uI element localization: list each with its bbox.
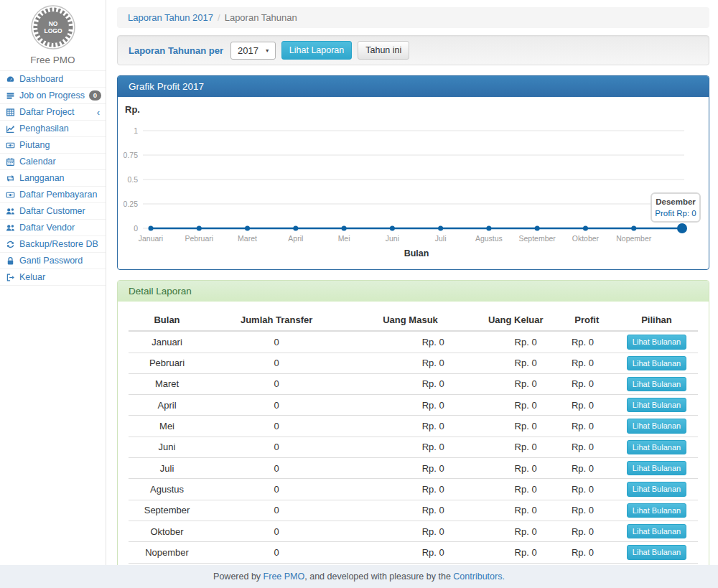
sidebar: NO LOGO Free PMO DashboardJob on Progres… [0,0,106,565]
column-header-uang-keluar: Uang Keluar [473,310,559,331]
svg-text:Bulan: Bulan [404,248,429,258]
data-point-nopember[interactable] [631,226,636,231]
lihat-bulanan-button[interactable]: Lihat Bulanan [627,419,686,433]
cell-uang-masuk: Rp. 0 [348,416,472,437]
calendar-icon [6,157,15,167]
data-point-juni[interactable] [390,226,395,231]
sidebar-item-label: Job on Progress [19,90,85,101]
cell-uang-keluar: Rp. 0 [473,500,559,521]
sidebar-item-label: Daftar Project [19,107,93,117]
chart-body: Rp.00.250.50.751JanuariPebruariMaretApri… [118,97,709,269]
lihat-bulanan-button[interactable]: Lihat Bulanan [627,482,686,496]
cell-bulan: Juli [129,458,205,479]
cell-uang-masuk: Rp. 0 [348,521,472,541]
lihat-bulanan-button[interactable]: Lihat Bulanan [627,377,686,391]
column-header-profit: Profit [559,310,615,331]
data-point-september[interactable] [535,226,540,231]
cell-jumlah-transfer: 0 [205,542,348,563]
sidebar-item-job-on-progress[interactable]: Job on Progress0 [0,88,106,104]
svg-text:Pebruari: Pebruari [185,234,213,243]
table-row: Mei0Rp. 0Rp. 0Rp. 0Lihat Bulanan [129,416,698,437]
chart-panel-title: Grafik Profit 2017 [118,76,709,97]
free-pmo-link[interactable]: Free PMO [264,571,305,582]
cell-bulan: Mei [129,416,205,437]
sidebar-item-label: Daftar Customer [19,206,101,216]
data-point-juli[interactable] [438,226,443,231]
sidebar-item-piutang[interactable]: Piutang [0,137,106,154]
refresh-icon [6,240,15,249]
sidebar-item-daftar-vendor[interactable]: Daftar Vendor [0,220,106,236]
svg-text:1: 1 [134,126,138,135]
brand[interactable]: NO LOGO Free PMO [0,0,106,65]
lihat-bulanan-button[interactable]: Lihat Bulanan [627,440,686,454]
sign-out-icon [6,273,15,282]
profit-chart[interactable]: Rp.00.250.50.751JanuariPebruariMaretApri… [123,101,704,261]
cell-pilihan: Lihat Bulanan [615,458,698,479]
footer-prefix: Powered by [213,571,261,582]
sidebar-item-label: Ganti Password [19,256,101,266]
year-select[interactable]: 2017 ▼ [230,42,276,60]
lihat-bulanan-button[interactable]: Lihat Bulanan [627,398,686,412]
sidebar-item-daftar-customer[interactable]: Daftar Customer [0,203,106,220]
sidebar-item-keluar[interactable]: Keluar [0,269,106,286]
data-point-pebruari[interactable] [197,226,202,231]
column-header-pilihan: Pilihan [615,310,698,331]
data-point-desember[interactable] [677,223,687,233]
svg-text:NO: NO [48,20,57,27]
sidebar-item-backup-restore-db[interactable]: Backup/Restore DB [0,236,106,253]
brand-name: Free PMO [0,55,106,65]
users-icon [6,207,15,216]
cell-uang-keluar: Rp. 0 [473,331,559,353]
detail-table: BulanJumlah TransferUang MasukUang Kelua… [129,310,698,588]
lihat-bulanan-button[interactable]: Lihat Bulanan [627,335,686,349]
cell-pilihan: Lihat Bulanan [615,353,698,373]
cell-jumlah-transfer: 0 [205,373,348,394]
tahun-ini-button[interactable]: Tahun ini [358,41,409,60]
sidebar-item-label: Daftar Vendor [19,223,101,233]
lihat-bulanan-button[interactable]: Lihat Bulanan [627,503,686,518]
sidebar-item-penghasilan[interactable]: Penghasilan [0,121,106,137]
data-point-april[interactable] [293,226,298,231]
contributors-link[interactable]: Contributors. [453,571,505,582]
cell-bulan: Januari [129,331,205,353]
data-point-januari[interactable] [149,226,154,231]
cell-uang-masuk: Rp. 0 [348,479,472,500]
cell-profit: Rp. 0 [559,437,615,457]
cell-pilihan: Lihat Bulanan [615,373,698,394]
lihat-bulanan-button[interactable]: Lihat Bulanan [627,524,686,538]
cell-pilihan: Lihat Bulanan [615,542,698,563]
count-badge: 0 [89,90,101,101]
data-point-oktober[interactable] [583,226,588,231]
cell-jumlah-transfer: 0 [205,521,348,541]
column-header-bulan: Bulan [129,310,205,331]
sidebar-item-calendar[interactable]: Calendar [0,154,106,170]
data-point-mei[interactable] [342,226,347,231]
svg-text:Januari: Januari [139,234,163,243]
svg-text:Oktober: Oktober [572,234,600,243]
column-header-uang-masuk: Uang Masuk [348,310,472,331]
page-footer: Powered by Free PMO, and developed with … [0,565,718,588]
cell-bulan: Agustus [129,479,205,500]
lihat-bulanan-button[interactable]: Lihat Bulanan [627,461,686,475]
cell-uang-masuk: Rp. 0 [348,331,472,353]
breadcrumb-link[interactable]: Laporan Tahun 2017 [128,12,213,23]
sidebar-item-ganti-password[interactable]: Ganti Password [0,253,106,269]
sidebar-item-dashboard[interactable]: Dashboard [0,71,106,88]
main-content: Laporan Tahun 2017/Laporan Tahunan Lapor… [107,0,718,565]
cell-uang-masuk: Rp. 0 [348,373,472,394]
cell-uang-keluar: Rp. 0 [473,437,559,457]
column-header-jumlah-transfer: Jumlah Transfer [205,310,348,331]
lihat-laporan-button[interactable]: Lihat Laporan [281,41,352,60]
breadcrumb-separator: / [218,12,220,23]
sidebar-item-daftar-pembayaran[interactable]: Daftar Pembayaran [0,187,106,203]
lihat-bulanan-button[interactable]: Lihat Bulanan [627,545,686,559]
lihat-bulanan-button[interactable]: Lihat Bulanan [627,356,686,370]
table-row: April0Rp. 0Rp. 0Rp. 0Lihat Bulanan [129,395,698,416]
sidebar-item-langganan[interactable]: Langganan [0,170,106,187]
data-point-maret[interactable] [245,226,250,231]
sidebar-item-daftar-project[interactable]: Daftar Project‹ [0,104,106,121]
svg-text:Juli: Juli [435,234,447,243]
cell-profit: Rp. 0 [559,331,615,353]
footer-middle: , and developed with pleasure by the [304,571,451,582]
data-point-agustus[interactable] [486,226,491,231]
